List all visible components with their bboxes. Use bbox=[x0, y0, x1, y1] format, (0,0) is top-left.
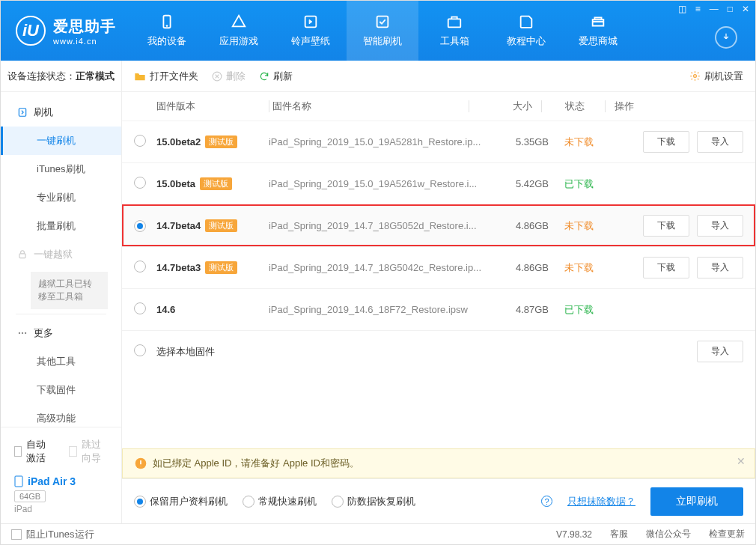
download-button[interactable]: 下载 bbox=[643, 131, 689, 153]
th-version[interactable]: 固件版本 bbox=[156, 100, 269, 113]
delete-button[interactable]: 删除 bbox=[212, 70, 246, 83]
status-link-1[interactable]: 微信公众号 bbox=[646, 528, 691, 541]
local-firmware-label: 选择本地固件 bbox=[156, 345, 609, 359]
nav-icon-4 bbox=[445, 13, 463, 30]
status-bar: 阻止iTunes运行 V7.98.32 客服微信公众号检查更新 bbox=[1, 523, 755, 544]
device-status-label: 设备连接状态： bbox=[7, 70, 76, 83]
svg-rect-3 bbox=[377, 16, 388, 28]
device-block[interactable]: iPad Air 3 64GB iPad bbox=[1, 469, 121, 517]
win-min-icon[interactable]: — bbox=[710, 4, 719, 14]
app-header: ◫ ≡ — □ ✕ iU 爱思助手 www.i4.cn 我的设备应用游戏铃声壁纸… bbox=[1, 1, 755, 61]
sidebar-flash-2[interactable]: 专业刷机 bbox=[1, 183, 121, 212]
status-link-0[interactable]: 客服 bbox=[610, 528, 628, 541]
option-radio[interactable] bbox=[332, 496, 344, 508]
nav-3[interactable]: 智能刷机 bbox=[347, 1, 418, 61]
nav-5[interactable]: 教程中心 bbox=[490, 1, 562, 61]
row-radio[interactable] bbox=[134, 177, 146, 189]
fw-size: 5.35GB bbox=[489, 136, 549, 147]
flash-option-0[interactable]: 保留用户资料刷机 bbox=[134, 495, 228, 508]
action-bar: 保留用户资料刷机常规快速刷机防数据恢复刷机 ? 只想抹除数据？ 立即刷机 bbox=[122, 478, 755, 523]
sidebar-flash-1[interactable]: iTunes刷机 bbox=[1, 155, 121, 183]
fw-size: 4.86GB bbox=[489, 220, 549, 231]
table-row[interactable]: 14.7beta4测试版iPad_Spring_2019_14.7_18G505… bbox=[122, 204, 755, 246]
row-radio[interactable] bbox=[134, 302, 146, 314]
sidebar-flash-label: 刷机 bbox=[34, 106, 53, 119]
option-radio[interactable] bbox=[243, 496, 254, 508]
nav-2[interactable]: 铃声壁纸 bbox=[275, 1, 347, 61]
sidebar-more-0[interactable]: 其他工具 bbox=[1, 347, 121, 376]
fw-status: 已下载 bbox=[549, 303, 609, 317]
th-status[interactable]: 状态 bbox=[545, 100, 605, 113]
help-icon[interactable]: ? bbox=[541, 496, 552, 507]
refresh-icon bbox=[259, 71, 269, 82]
fw-version: 14.7beta4 bbox=[156, 220, 201, 231]
logo-icon: iU bbox=[16, 16, 46, 46]
flash-option-2[interactable]: 防数据恢复刷机 bbox=[332, 495, 415, 508]
app-logo[interactable]: iU 爱思助手 www.i4.cn bbox=[1, 1, 131, 61]
th-size[interactable]: 大小 bbox=[472, 100, 532, 113]
flash-option-1[interactable]: 常规快速刷机 bbox=[243, 495, 317, 508]
fw-size: 4.86GB bbox=[489, 262, 549, 273]
sidebar-flash-3[interactable]: 批量刷机 bbox=[1, 212, 121, 240]
beta-badge: 测试版 bbox=[205, 261, 237, 274]
nav-4[interactable]: 工具箱 bbox=[418, 1, 490, 61]
import-button[interactable]: 导入 bbox=[697, 341, 743, 362]
download-progress-icon[interactable] bbox=[715, 26, 737, 49]
sidebar-section-more[interactable]: 更多 bbox=[1, 319, 121, 347]
nav-icon-5 bbox=[517, 13, 535, 30]
import-button[interactable]: 导入 bbox=[697, 131, 743, 153]
status-link-2[interactable]: 检查更新 bbox=[709, 528, 745, 541]
th-name[interactable]: 固件名称 bbox=[272, 100, 469, 113]
sidebar-more-1[interactable]: 下载固件 bbox=[1, 376, 121, 404]
option-radio[interactable] bbox=[134, 496, 146, 508]
th-ops[interactable]: 操作 bbox=[609, 100, 743, 113]
sidebar-more-2[interactable]: 高级功能 bbox=[1, 404, 121, 427]
flash-settings-button[interactable]: 刷机设置 bbox=[689, 70, 743, 83]
nav-0[interactable]: 我的设备 bbox=[131, 1, 203, 61]
row-radio[interactable] bbox=[134, 220, 146, 232]
fw-name: iPad_Spring_2019_15.0_19A5261w_Restore.i… bbox=[269, 178, 489, 189]
refresh-button[interactable]: 刷新 bbox=[259, 70, 293, 83]
download-button[interactable]: 下载 bbox=[643, 257, 689, 278]
fw-status: 已下载 bbox=[549, 177, 609, 191]
table-row[interactable]: 15.0beta2测试版iPad_Spring_2019_15.0_19A528… bbox=[122, 121, 755, 162]
folder-icon bbox=[134, 71, 146, 82]
import-button[interactable]: 导入 bbox=[697, 215, 743, 237]
erase-data-link[interactable]: 只想抹除数据？ bbox=[567, 495, 635, 508]
radio-local[interactable] bbox=[134, 344, 146, 356]
sidebar-flash-0[interactable]: 一键刷机 bbox=[1, 127, 121, 155]
more-icon bbox=[17, 328, 28, 338]
flash-icon bbox=[17, 107, 28, 118]
table-row[interactable]: 14.6iPad_Spring_2019_14.6_18F72_Restore.… bbox=[122, 288, 755, 330]
local-firmware-row[interactable]: 选择本地固件 导入 bbox=[122, 330, 755, 372]
sidebar-section-flash[interactable]: 刷机 bbox=[1, 98, 121, 127]
sidebar: 设备连接状态： 正常模式 刷机 一键刷机iTunes刷机专业刷机批量刷机 一键越… bbox=[1, 61, 122, 523]
row-radio[interactable] bbox=[134, 261, 146, 272]
skip-guide-checkbox[interactable]: 跳过向导 bbox=[66, 433, 121, 469]
win-max-icon[interactable]: □ bbox=[728, 4, 733, 14]
auto-activate-checkbox[interactable]: 自动激活 bbox=[1, 433, 66, 469]
import-button[interactable]: 导入 bbox=[697, 257, 743, 278]
download-button[interactable]: 下载 bbox=[643, 215, 689, 237]
win-tshirt-icon[interactable]: ◫ bbox=[678, 4, 686, 14]
tablet-icon bbox=[14, 475, 23, 487]
win-menu-icon[interactable]: ≡ bbox=[695, 4, 701, 14]
table-row[interactable]: 14.7beta3测试版iPad_Spring_2019_14.7_18G504… bbox=[122, 246, 755, 288]
svg-point-9 bbox=[25, 332, 26, 333]
block-itunes-checkbox[interactable]: 阻止iTunes运行 bbox=[11, 528, 94, 541]
tip-close-icon[interactable]: ✕ bbox=[737, 455, 746, 467]
table-row[interactable]: 15.0beta测试版iPad_Spring_2019_15.0_19A5261… bbox=[122, 162, 755, 204]
fw-version: 15.0beta2 bbox=[156, 136, 201, 147]
win-close-icon[interactable]: ✕ bbox=[742, 4, 749, 14]
apple-id-tip: 如已绑定 Apple ID，请准备好 Apple ID和密码。 ✕ bbox=[122, 448, 755, 478]
table-header: 固件版本 固件名称 大小 状态 操作 bbox=[122, 92, 755, 121]
nav-icon-0 bbox=[158, 13, 176, 30]
row-radio[interactable] bbox=[134, 135, 146, 147]
sidebar-jailbreak-label: 一键越狱 bbox=[34, 248, 73, 261]
open-folder-button[interactable]: 打开文件夹 bbox=[134, 70, 198, 83]
svg-rect-4 bbox=[448, 19, 461, 27]
nav-6[interactable]: 爱思商城 bbox=[562, 1, 634, 61]
flash-now-button[interactable]: 立即刷机 bbox=[650, 487, 743, 516]
nav-1[interactable]: 应用游戏 bbox=[203, 1, 275, 61]
warning-icon bbox=[135, 457, 147, 469]
